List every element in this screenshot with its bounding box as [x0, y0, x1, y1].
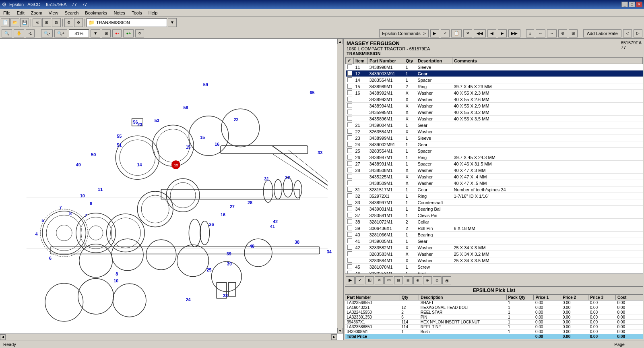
table-row[interactable]: 463280253M11Seal: [346, 270, 643, 274]
table-row[interactable]: 373283581M11Clevis Pin: [346, 212, 643, 219]
table-row[interactable]: 263438987M11Ring39.7 X 45 X 24.3 MM: [346, 154, 643, 161]
menu-file[interactable]: File: [0, 9, 14, 17]
parts-print-btn[interactable]: 🖨: [442, 276, 451, 284]
print2-button[interactable]: ⊞: [42, 18, 51, 27]
row-checkbox[interactable]: [346, 251, 354, 257]
table-row[interactable]: 253283554M11Spacer: [346, 148, 643, 154]
parts-tool5-btn[interactable]: ⊘: [433, 276, 442, 284]
row-checkbox[interactable]: [346, 77, 354, 83]
table-row[interactable]: 32352972X11Ring1-7/16" ID X 1/16": [346, 193, 643, 199]
zoom-out-btn[interactable]: 🔍-: [41, 29, 53, 37]
nav-tree-btn[interactable]: ⊕: [558, 29, 567, 37]
nav-home-btn[interactable]: ⌂: [526, 29, 534, 37]
new-button[interactable]: 📄: [1, 18, 10, 27]
row-checkbox[interactable]: [346, 199, 354, 206]
menu-zoom[interactable]: Zoom: [28, 9, 45, 17]
zoom-dropdown[interactable]: ▼: [91, 29, 100, 37]
diagram-vscroll[interactable]: ▲ ▼: [337, 39, 343, 334]
row-checkbox[interactable]: [346, 122, 354, 128]
epsilon-btn1[interactable]: ▶: [430, 29, 439, 37]
epsilon-btn5[interactable]: ◀◀: [474, 29, 486, 37]
config-button[interactable]: ⚙: [64, 18, 73, 27]
config2-button[interactable]: ⚙: [74, 18, 83, 27]
row-checkbox[interactable]: [346, 109, 354, 116]
table-row[interactable]: 3438994M1XWasher40 X 55 X 2.9 MM: [346, 103, 643, 109]
row-checkbox[interactable]: [346, 225, 354, 232]
epsilon-btn6[interactable]: ◀: [487, 29, 496, 37]
close-button[interactable]: ✕: [636, 2, 642, 7]
table-row[interactable]: 223263554M1XWasher: [346, 128, 643, 135]
parts-tool3-btn[interactable]: ⊕: [413, 276, 422, 284]
table-row[interactable]: 3283584M1XWasher25 X 34 X 3.5 MM: [346, 257, 643, 264]
parts-tool1-btn[interactable]: ⊟: [394, 276, 403, 284]
epsilon-btn2[interactable]: ✓: [441, 29, 450, 37]
table-row[interactable]: 273438991M11Spacer40 X 46 X 31.5 MM: [346, 161, 643, 167]
scroll-down-btn[interactable]: ▼: [337, 328, 343, 334]
menu-notes[interactable]: Notes: [110, 9, 128, 17]
table-row[interactable]: 423283582M1XWasher25 X 34 X 3 MM: [346, 244, 643, 251]
parts-play-btn[interactable]: ▶: [346, 276, 355, 284]
table-row[interactable]: 343439001M11Bearing Ball: [346, 206, 643, 212]
row-checkbox[interactable]: [346, 141, 354, 148]
table-row[interactable]: 3438509M1XWasher40 X 47 X .5 MM: [346, 180, 643, 186]
row-checkbox[interactable]: [346, 238, 354, 244]
parts-delete-btn[interactable]: ✕: [375, 276, 384, 284]
toolbar2-end2[interactable]: ▷: [634, 29, 642, 37]
add-labor-button[interactable]: Add Labor Rate: [583, 29, 621, 37]
row-checkbox[interactable]: [346, 64, 354, 70]
epsilon-btn3[interactable]: 📋: [451, 29, 462, 37]
row-checkbox[interactable]: [346, 90, 354, 96]
menu-edit[interactable]: Edit: [14, 9, 28, 17]
row-checkbox[interactable]: [346, 161, 354, 167]
row-checkbox[interactable]: [346, 135, 354, 141]
row-checkbox[interactable]: [346, 193, 354, 199]
table-row[interactable]: 313281517M11GearNumber of teeth/spines 2…: [346, 186, 643, 193]
table-row[interactable]: 453281070M11Screw: [346, 264, 643, 270]
row-checkbox[interactable]: [346, 148, 354, 154]
table-row[interactable]: 333438997M11Countershaft: [346, 199, 643, 206]
red-minus-btn[interactable]: ●-: [112, 29, 122, 37]
search-toolbar-btn[interactable]: 🔍: [2, 29, 12, 37]
transmission-dropdown[interactable]: ▼: [168, 18, 177, 27]
table-row[interactable]: 153438989M12Ring39.7 X 45 X 23 MM: [346, 83, 643, 90]
table-row[interactable]: 213439004M11Gear: [346, 122, 643, 128]
row-checkbox[interactable]: [346, 70, 354, 77]
parts-tool2-btn[interactable]: ⊞: [404, 276, 413, 284]
maximize-button[interactable]: □: [629, 2, 635, 7]
diagram-hscroll[interactable]: ◀ ▶: [0, 334, 337, 340]
row-checkbox[interactable]: [346, 206, 354, 212]
nav-fwd-btn[interactable]: →: [547, 29, 557, 37]
table-row[interactable]: 393006436X12Roll Pin6 X 18 MM: [346, 225, 643, 232]
parts-table-container[interactable]: ✓ Item Part Number Qty Description Comme…: [345, 57, 643, 274]
parts-save-btn[interactable]: ✓: [355, 276, 364, 284]
row-checkbox[interactable]: [346, 96, 354, 103]
table-row[interactable]: 3438993M1XWasher40 X 55 X 2.6 MM: [346, 96, 643, 103]
pick-list-row[interactable]: 3439008M11Bush10.000.000.000.00: [345, 329, 643, 334]
pick-list-row[interactable]: LA323588850114REEL TINE10.000.000.000.00: [345, 325, 643, 329]
epsilon-btn8[interactable]: ▶▶: [508, 29, 520, 37]
pick-list-row[interactable]: LA323568550SHAFT10.000.000.000.00: [345, 300, 643, 305]
row-checkbox[interactable]: [346, 257, 354, 264]
menu-search[interactable]: Search: [61, 9, 82, 17]
table-row[interactable]: 383281072M12Collar: [346, 219, 643, 225]
row-checkbox[interactable]: [346, 186, 354, 193]
row-checkbox[interactable]: [346, 219, 354, 225]
table-row[interactable]: 163438992M1XWasher40 X 55 X 2.3 MM: [346, 90, 643, 96]
nav-btn[interactable]: ↻: [135, 29, 144, 37]
parts-scissors-btn[interactable]: ✂: [384, 276, 393, 284]
fit-width-btn[interactable]: ⊞: [102, 29, 111, 37]
row-checkbox[interactable]: [346, 154, 354, 161]
table-row[interactable]: 113438998M11Sleeve: [346, 64, 643, 70]
zoom-input[interactable]: 81%: [69, 29, 89, 37]
row-checkbox[interactable]: [346, 128, 354, 135]
table-row[interactable]: 403281066M11Bearing: [346, 232, 643, 238]
table-row[interactable]: 143283554M11Spacer: [346, 77, 643, 83]
epsilon-btn7[interactable]: ▶: [498, 29, 507, 37]
row-checkbox[interactable]: [346, 244, 354, 251]
scroll-right-btn[interactable]: ▶: [331, 334, 337, 340]
pick-list-row[interactable]: 394367X1114HEX NYLON INSERT LOCKNUT10.00…: [345, 320, 643, 325]
table-row[interactable]: 3283583M1XWasher25 X 34 X 3.2 MM: [346, 251, 643, 257]
save-button[interactable]: 💾: [20, 18, 29, 27]
hand-btn[interactable]: ✋: [14, 29, 24, 37]
row-checkbox[interactable]: [346, 180, 354, 186]
